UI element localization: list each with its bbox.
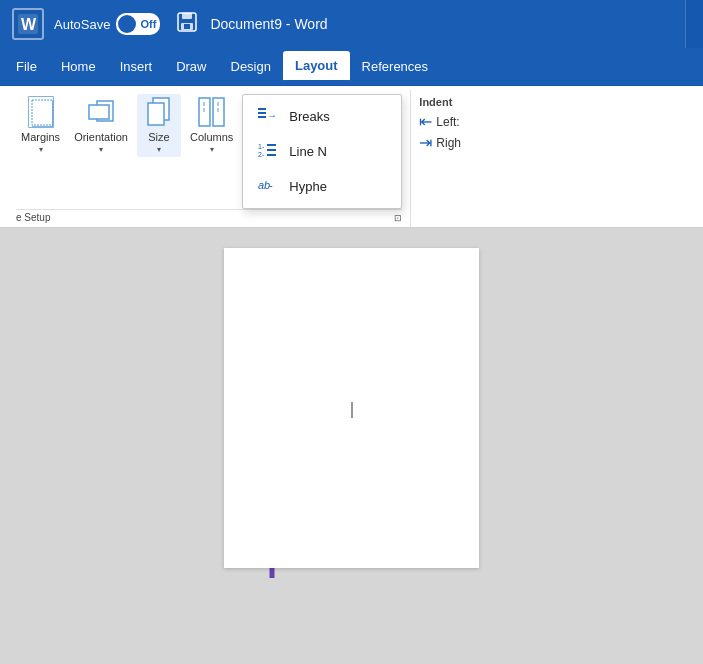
orientation-label: Orientation xyxy=(74,131,128,143)
breaks-label: Breaks xyxy=(289,109,329,124)
page-setup-group: Margins ▾ Orientat xyxy=(8,90,411,227)
indent-right-row: ⇥ Righ xyxy=(419,133,503,152)
save-icon[interactable] xyxy=(176,11,198,38)
svg-rect-28 xyxy=(267,154,276,156)
svg-text:→: → xyxy=(267,110,277,121)
line-numbers-icon: 1- 2- xyxy=(257,141,279,162)
document-area xyxy=(0,228,703,664)
orientation-button[interactable]: Orientation ▾ xyxy=(69,94,133,157)
toggle-knob xyxy=(118,15,136,33)
line-numbers-label: Line N xyxy=(289,144,327,159)
size-icon xyxy=(143,97,175,129)
hyphenation-icon: ab - xyxy=(257,176,279,197)
autosave-label: AutoSave xyxy=(54,17,110,32)
margins-label: Margins xyxy=(21,131,60,143)
svg-rect-5 xyxy=(184,24,190,29)
svg-rect-20 xyxy=(258,108,266,110)
ribbon-group-inner: Margins ▾ Orientat xyxy=(16,94,402,209)
svg-text:W: W xyxy=(21,16,37,33)
indent-left-label: Left: xyxy=(436,115,459,129)
ribbon-dropdown: → Breaks 1- 2- xyxy=(242,94,402,209)
page-setup-label-row: e Setup ⊡ xyxy=(16,209,402,223)
svg-rect-11 xyxy=(89,105,109,119)
svg-rect-27 xyxy=(267,149,276,151)
indent-left-row: ⇤ Left: xyxy=(419,112,503,131)
page-setup-label: e Setup xyxy=(16,212,50,223)
menu-bar: File Home Insert Draw Design Layout Refe… xyxy=(0,48,703,86)
menu-item-design[interactable]: Design xyxy=(219,51,283,83)
menu-item-file[interactable]: File xyxy=(4,51,49,83)
columns-label: Columns xyxy=(190,131,233,143)
menu-item-layout[interactable]: Layout xyxy=(283,51,350,83)
indent-header: Indent xyxy=(419,96,503,108)
autosave-toggle[interactable]: Off xyxy=(116,13,160,35)
svg-rect-13 xyxy=(148,103,164,125)
breaks-item[interactable]: → Breaks xyxy=(243,99,401,134)
svg-rect-22 xyxy=(258,116,266,118)
title-bar: W AutoSave Off Document9 - Word xyxy=(0,0,703,48)
svg-text:2-: 2- xyxy=(258,151,265,158)
hyphenation-item[interactable]: ab - Hyphe xyxy=(243,169,401,204)
line-numbers-item[interactable]: 1- 2- Line N xyxy=(243,134,401,169)
margins-button[interactable]: Margins ▾ xyxy=(16,94,65,157)
right-scroll-area xyxy=(685,0,703,48)
hyphenation-label: Hyphe xyxy=(289,179,327,194)
columns-chevron: ▾ xyxy=(210,145,214,154)
indent-label: Indent xyxy=(419,96,452,108)
svg-rect-3 xyxy=(182,13,192,19)
size-button[interactable]: Size ▾ xyxy=(137,94,181,157)
margins-icon xyxy=(25,97,57,129)
menu-item-references[interactable]: References xyxy=(350,51,440,83)
document-page xyxy=(224,248,479,568)
svg-rect-26 xyxy=(267,144,276,146)
ribbon-top: Margins ▾ Orientat xyxy=(8,90,695,227)
word-logo: W xyxy=(12,8,44,40)
page-setup-expand-icon[interactable]: ⊡ xyxy=(394,213,402,223)
indent-right-label: Righ xyxy=(436,136,461,150)
orientation-chevron: ▾ xyxy=(99,145,103,154)
margins-chevron: ▾ xyxy=(39,145,43,154)
ribbon-wrapper: Margins ▾ Orientat xyxy=(8,90,695,227)
size-chevron: ▾ xyxy=(157,145,161,154)
indent-group: Indent ⇤ Left: ⇥ Righ xyxy=(411,90,511,158)
svg-text:-: - xyxy=(269,179,273,191)
breaks-icon: → xyxy=(257,106,279,127)
svg-rect-21 xyxy=(258,112,266,114)
cursor xyxy=(351,402,352,418)
columns-icon xyxy=(196,97,228,129)
svg-text:1-: 1- xyxy=(258,143,265,150)
indent-right-icon: ⇥ xyxy=(419,133,432,152)
indent-left-icon: ⇤ xyxy=(419,112,432,131)
orientation-icon xyxy=(85,97,117,129)
size-label: Size xyxy=(148,131,169,143)
document-title: Document9 - Word xyxy=(210,16,327,32)
menu-item-insert[interactable]: Insert xyxy=(108,51,165,83)
ribbon: Margins ▾ Orientat xyxy=(0,86,703,228)
columns-button[interactable]: Columns ▾ xyxy=(185,94,238,157)
menu-item-home[interactable]: Home xyxy=(49,51,108,83)
svg-rect-6 xyxy=(29,97,53,127)
toggle-off-label: Off xyxy=(140,18,156,30)
menu-item-draw[interactable]: Draw xyxy=(164,51,218,83)
